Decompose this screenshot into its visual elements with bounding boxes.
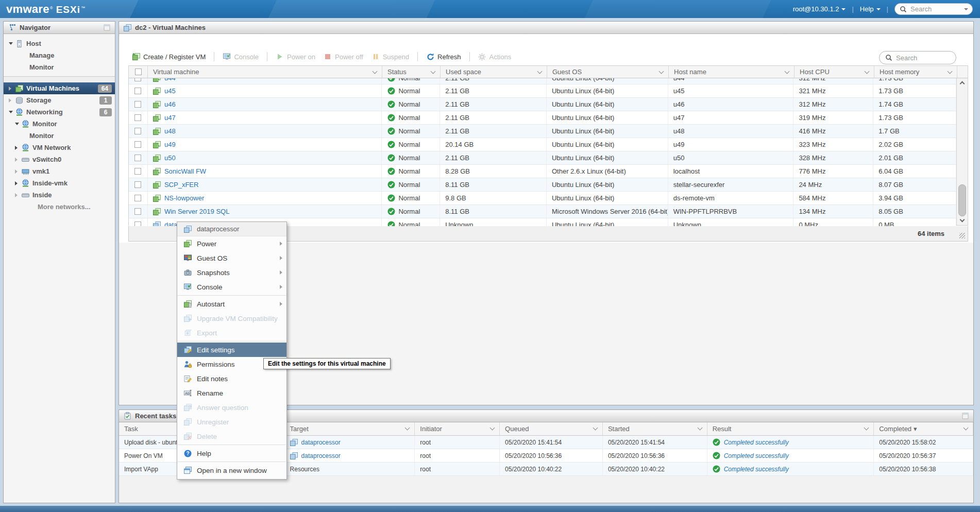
vm-search[interactable]: [879, 51, 956, 64]
tasks-column-header-completed[interactable]: Completed ▾: [874, 422, 973, 435]
table-row[interactable]: Win Server 2019 SQLNormal8.11 GBMicrosof…: [129, 205, 956, 218]
table-row[interactable]: u44Normal2.11 GBUbuntu Linux (64-bit)u44…: [129, 78, 956, 84]
menu-item-rename[interactable]: AbRename: [177, 386, 286, 400]
sidebar-item-host[interactable]: Host: [4, 38, 115, 49]
vm-search-input[interactable]: [896, 54, 948, 62]
resize-grip[interactable]: [959, 233, 965, 238]
global-search-input[interactable]: [910, 5, 957, 13]
row-checkbox[interactable]: [134, 101, 141, 108]
row-checkbox[interactable]: [134, 128, 141, 134]
user-menu[interactable]: root@10.30.1.2: [793, 5, 846, 13]
row-checkbox[interactable]: [134, 88, 141, 94]
row-checkbox[interactable]: [134, 168, 141, 175]
column-header-guest-os[interactable]: Guest OS: [547, 66, 669, 78]
sidebar-item-networking[interactable]: Networking6: [4, 106, 115, 118]
menu-item-help[interactable]: ?Help: [177, 446, 286, 460]
table-row[interactable]: u47Normal2.11 GBUbuntu Linux (64-bit)u47…: [129, 111, 956, 125]
sidebar-item-host-manage[interactable]: Manage: [4, 49, 115, 61]
vm-name-link[interactable]: NS-lowpower: [164, 194, 204, 202]
chevron-down-icon[interactable]: [865, 69, 870, 74]
vm-name-link[interactable]: SCP_xFER: [164, 181, 198, 189]
help-menu[interactable]: Help: [860, 5, 881, 13]
table-row[interactable]: SonicWall FWNormal8.28 GBOther 2.6.x Lin…: [129, 165, 956, 178]
column-header-status[interactable]: Status: [382, 66, 441, 78]
menu-item-open-in-new-window[interactable]: Open in a new window: [177, 463, 286, 477]
create-register-vm-button[interactable]: Create / Register VM: [132, 53, 206, 61]
menu-item-autostart[interactable]: Autostart: [177, 297, 286, 311]
vm-name-link[interactable]: SonicWall FW: [164, 167, 206, 175]
vm-name-link[interactable]: u49: [164, 141, 176, 148]
chevron-down-icon[interactable]: [537, 69, 543, 74]
chevron-down-icon[interactable]: [431, 69, 436, 74]
table-row[interactable]: u49Normal20.14 GBUbuntu Linux (64-bit)u4…: [129, 138, 956, 151]
scrollbar-thumb[interactable]: [958, 184, 966, 216]
chevron-down-icon[interactable]: [785, 69, 790, 74]
table-row[interactable]: u45Normal2.11 GBUbuntu Linux (64-bit)u45…: [129, 84, 956, 98]
target-link[interactable]: dataprocessor: [301, 439, 341, 446]
sidebar-item-storage[interactable]: Storage1: [4, 94, 115, 106]
sidebar-item-inside[interactable]: Inside: [4, 189, 115, 201]
tasks-column-header-queued[interactable]: Queued: [500, 422, 603, 435]
sidebar-item-inside-vmk[interactable]: Inside-vmk: [4, 177, 115, 189]
table-row[interactable]: u50Normal2.11 GBUbuntu Linux (64-bit)u50…: [129, 151, 956, 165]
column-header-host-cpu[interactable]: Host CPU: [795, 66, 874, 78]
chevron-down-icon[interactable]: [593, 425, 598, 431]
chevron-down-icon[interactable]: [864, 425, 869, 431]
tasks-column-header-target[interactable]: Target: [285, 422, 415, 435]
column-header-virtual-machine[interactable]: Virtual machine: [148, 66, 382, 78]
table-row[interactable]: u48Normal2.11 GBUbuntu Linux (64-bit)u48…: [129, 125, 956, 138]
sidebar-item-networking-monitor-sub[interactable]: Monitor: [4, 130, 115, 142]
column-header-host-name[interactable]: Host name: [669, 66, 795, 78]
row-checkbox[interactable]: [134, 155, 141, 161]
menu-item-power[interactable]: Power: [177, 236, 286, 251]
sidebar-item-vmk1[interactable]: vmk1: [4, 165, 115, 177]
menu-item-guest-os[interactable]: Guest OS: [177, 251, 286, 265]
chevron-down-icon[interactable]: [948, 69, 953, 74]
row-checkbox[interactable]: [134, 195, 141, 201]
vm-name-link[interactable]: u45: [164, 87, 176, 95]
panel-maximize-icon[interactable]: [961, 412, 969, 420]
vm-name-link[interactable]: u47: [164, 114, 176, 122]
row-checkbox[interactable]: [134, 78, 141, 81]
column-header-used-space[interactable]: Used space: [441, 66, 547, 78]
table-row[interactable]: NS-lowpowerNormal9.8 GBUbuntu Linux (64-…: [129, 192, 956, 205]
vm-name-link[interactable]: Win Server 2019 SQL: [164, 208, 229, 215]
global-search[interactable]: [894, 3, 973, 15]
menu-item-edit-settings[interactable]: Edit settings: [177, 343, 286, 357]
sidebar-item-vm-network[interactable]: VM Network: [4, 142, 115, 153]
menu-item-console[interactable]: Console: [177, 280, 286, 294]
row-checkbox[interactable]: [134, 114, 141, 121]
chevron-down-icon[interactable]: [405, 425, 410, 431]
vm-name-link[interactable]: u48: [164, 127, 176, 135]
vm-name-link[interactable]: u50: [164, 154, 176, 162]
tasks-column-header-result[interactable]: Result: [707, 422, 874, 435]
target-link[interactable]: dataprocessor: [301, 452, 341, 459]
select-all-checkbox[interactable]: [135, 69, 142, 75]
sidebar-item-more-networks[interactable]: More networks...: [4, 201, 115, 213]
chevron-down-icon[interactable]: [490, 425, 495, 431]
table-row[interactable]: u46Normal2.11 GBUbuntu Linux (64-bit)u46…: [129, 98, 956, 111]
tasks-column-header-started[interactable]: Started: [603, 422, 707, 435]
sidebar-item-networking-monitor[interactable]: Monitor: [4, 118, 115, 130]
scroll-down-button[interactable]: [957, 216, 968, 225]
sidebar-item-vswitch0[interactable]: vSwitch0: [4, 153, 115, 165]
chevron-down-icon[interactable]: [964, 425, 969, 431]
table-row[interactable]: SCP_xFERNormal8.11 GBUbuntu Linux (64-bi…: [129, 178, 956, 192]
vm-name-link[interactable]: u44: [164, 78, 176, 82]
scroll-up-button[interactable]: [957, 78, 968, 88]
vm-name-link[interactable]: u46: [164, 100, 176, 108]
row-checkbox[interactable]: [134, 181, 141, 188]
panel-maximize-icon[interactable]: [103, 24, 111, 31]
vm-table-scrollbar[interactable]: [956, 78, 968, 225]
chevron-down-icon[interactable]: [697, 425, 702, 431]
refresh-button[interactable]: Refresh: [426, 53, 461, 61]
row-checkbox[interactable]: [134, 208, 141, 215]
menu-item-snapshots[interactable]: Snapshots: [177, 265, 286, 280]
menu-item-edit-notes[interactable]: Edit notes: [177, 371, 286, 386]
sidebar-item-host-monitor[interactable]: Monitor: [4, 61, 115, 73]
tasks-column-header-initiator[interactable]: Initiator: [415, 422, 500, 435]
row-checkbox[interactable]: [134, 141, 141, 148]
sidebar-item-virtual-machines[interactable]: Virtual Machines64: [4, 82, 115, 94]
column-header-host-memory[interactable]: Host memory: [874, 66, 957, 78]
chevron-down-icon[interactable]: [373, 69, 378, 74]
